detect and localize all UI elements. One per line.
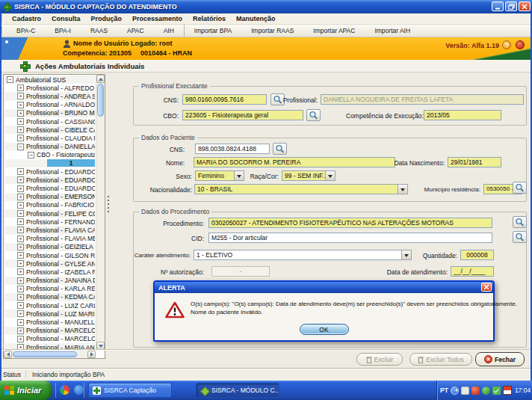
- tree-expander-icon[interactable]: +: [17, 185, 24, 192]
- taskbar-task-button[interactable]: SISRCA Captação: [88, 383, 172, 398]
- search-procedimento-button[interactable]: [513, 216, 527, 228]
- data-nascimento-field[interactable]: 29/01/1981: [448, 157, 501, 167]
- tree-expander-icon[interactable]: +: [17, 135, 24, 141]
- tree-expander-icon[interactable]: +: [17, 102, 24, 108]
- tree-item[interactable]: + Profissional - BRUNO MARIA: [4, 109, 95, 117]
- tree-item[interactable]: + Profissional - FLAVIA MENDE: [4, 235, 95, 243]
- menu-item[interactable]: Relatórios: [188, 13, 231, 25]
- tree-item[interactable]: − Ambulatorial SUS: [4, 76, 95, 84]
- scroll-thumb[interactable]: [13, 351, 77, 357]
- tree-expander-icon[interactable]: +: [17, 84, 24, 91]
- tree-item[interactable]: + Profissional - FELIPE COELH: [4, 209, 95, 218]
- ok-button[interactable]: OK: [300, 324, 349, 335]
- search-municipio-button[interactable]: [513, 182, 527, 194]
- vnc-icon[interactable]: [503, 386, 512, 395]
- tree-expander-icon[interactable]: +: [17, 302, 24, 309]
- tree-horizontal-scrollbar[interactable]: [4, 350, 96, 358]
- taskbar-task-button[interactable]: SISRCA - MÓDULO C...: [196, 383, 279, 398]
- toolbar-button[interactable]: Importar RAAS: [241, 25, 303, 37]
- tree-expander-icon[interactable]: +: [17, 286, 24, 292]
- tree-vertical-scrollbar[interactable]: [96, 75, 105, 350]
- tree-expander-icon[interactable]: +: [17, 244, 24, 250]
- title-bar[interactable]: SISRCA - MÓDULO CAPTAÇÃO DO ATENDIMENTO: [0, 0, 532, 13]
- tree-expander-icon[interactable]: −: [17, 144, 24, 150]
- tree-item[interactable]: + Profissional - CIBELE CAMIN: [4, 126, 95, 134]
- tree-expander-icon[interactable]: +: [17, 310, 24, 317]
- tree-item[interactable]: + Profissional - CASSIANO RO: [4, 117, 95, 126]
- menu-item[interactable]: Cadastro: [7, 13, 46, 25]
- tree-item[interactable]: − Profissional - DANIELLA NOG: [4, 143, 95, 151]
- tree-expander-icon[interactable]: +: [17, 319, 24, 326]
- tree-item[interactable]: + Profissional - EDUARDO FILG: [4, 184, 95, 192]
- language-indicator[interactable]: PT: [440, 387, 448, 394]
- tree-expander-icon[interactable]: +: [17, 260, 24, 267]
- raca-cor-select[interactable]: 99 - SEM INF...: [282, 170, 335, 181]
- alerta-close-button[interactable]: [481, 283, 492, 292]
- scroll-left-button[interactable]: [4, 351, 12, 358]
- nacionalidade-select[interactable]: 10 - BRASIL: [194, 184, 408, 194]
- tree-item[interactable]: + Profissional - FLAVIA CARVA: [4, 226, 95, 234]
- tree-expander-icon[interactable]: +: [17, 268, 24, 275]
- tree-item[interactable]: + Profissional - LUZ MARINA A: [4, 310, 95, 318]
- tree-expander-icon[interactable]: +: [17, 210, 24, 217]
- quantidade-field[interactable]: 000008: [460, 250, 494, 260]
- search-cbo-button[interactable]: [306, 109, 321, 121]
- tree-item[interactable]: + Profissional - IZABELA RIBEI: [4, 268, 95, 276]
- tree-expander-icon[interactable]: −: [7, 76, 13, 83]
- tree-expander-icon[interactable]: +: [17, 110, 24, 117]
- tree-item[interactable]: + Profissional - MARCELO ANT: [4, 327, 95, 335]
- chevron-down-icon[interactable]: [401, 250, 411, 259]
- ie-icon[interactable]: [74, 385, 84, 395]
- tree-item[interactable]: + Profissional - ARNALDO PAS: [4, 101, 95, 109]
- excluir-button[interactable]: Excluir: [356, 353, 403, 366]
- hide-chevron-icon[interactable]: [451, 387, 459, 395]
- chrome-icon[interactable]: [60, 385, 69, 395]
- toolbar-button[interactable]: AIH: [154, 25, 184, 37]
- tree-item[interactable]: + Profissional - JANAINA DE A: [4, 277, 95, 285]
- tree-expander-icon[interactable]: +: [17, 294, 24, 301]
- tree-item[interactable]: + Profissional - MARCELO DE C: [4, 335, 95, 343]
- data-atendimento-field[interactable]: __/__/____: [451, 266, 494, 277]
- chevron-down-icon[interactable]: [234, 171, 244, 180]
- tree-item[interactable]: + Profissional - MANUELLA NE: [4, 318, 95, 326]
- menu-item[interactable]: Consulta: [46, 13, 86, 25]
- scroll-up-button[interactable]: [96, 75, 105, 83]
- tree-expander-icon[interactable]: +: [17, 327, 24, 334]
- excluir-todos-button[interactable]: Excluir Todos: [409, 353, 472, 366]
- search-cns-paciente-button[interactable]: [273, 143, 287, 155]
- tree-item[interactable]: + Profissional - KARLA REGINA: [4, 285, 95, 293]
- tree-item[interactable]: + Profissional - LUIZ CARLOS E: [4, 301, 95, 310]
- close-button[interactable]: [519, 1, 531, 11]
- tree-item[interactable]: + Profissional - GILSON ROBER: [4, 251, 95, 259]
- toolbar-button[interactable]: RAAS: [81, 25, 117, 37]
- toolbar-button[interactable]: Importar BPA: [184, 25, 241, 37]
- tree-expander-icon[interactable]: +: [17, 336, 24, 342]
- tree-expander-icon[interactable]: +: [17, 236, 24, 242]
- start-button[interactable]: Iniciar: [0, 381, 52, 400]
- menu-item[interactable]: Processamento: [127, 13, 188, 25]
- competencia-execucao-field[interactable]: 2013/05: [424, 110, 501, 120]
- cns-paciente-field[interactable]: 898.0038.0824.4188: [195, 144, 270, 154]
- tree-expander-icon[interactable]: +: [17, 218, 24, 225]
- tree-item[interactable]: + Profissional - MARIA ANDRE: [4, 343, 95, 349]
- tree-expander-icon[interactable]: +: [17, 176, 24, 183]
- red-status-icon[interactable]: [471, 387, 480, 395]
- tree-item[interactable]: + Profissional - ANDREA SANT: [4, 92, 95, 100]
- tree-item[interactable]: + Profissional - EMERSON ALVI: [4, 193, 95, 201]
- tree-item[interactable]: + Profissional - FERNANDA CA: [4, 218, 95, 226]
- green-status-icon[interactable]: [482, 387, 490, 395]
- tree-expander-icon[interactable]: +: [17, 93, 24, 99]
- tree-expander-icon[interactable]: −: [28, 152, 34, 159]
- cid-field[interactable]: M255 - Dor articular: [208, 233, 492, 243]
- tree-item[interactable]: + Profissional - EDUARDO DE A: [4, 176, 95, 184]
- tree-expander-icon[interactable]: +: [17, 252, 24, 259]
- toolbar-button[interactable]: BPA-C: [7, 25, 45, 37]
- hexagon-icon[interactable]: [461, 387, 469, 395]
- tree-item[interactable]: + Profissional - CLAUDIA PORT: [4, 134, 95, 142]
- chevron-down-icon[interactable]: [325, 171, 335, 180]
- sexo-select[interactable]: Feminino: [195, 170, 244, 181]
- scroll-thumb[interactable]: [97, 84, 104, 117]
- toolbar-button[interactable]: BPA-I: [45, 25, 81, 37]
- tree-item[interactable]: + Profissional - GYLSE ANNE D: [4, 259, 95, 268]
- tree-item[interactable]: + Profissional - EDUARDO ANT: [4, 167, 95, 176]
